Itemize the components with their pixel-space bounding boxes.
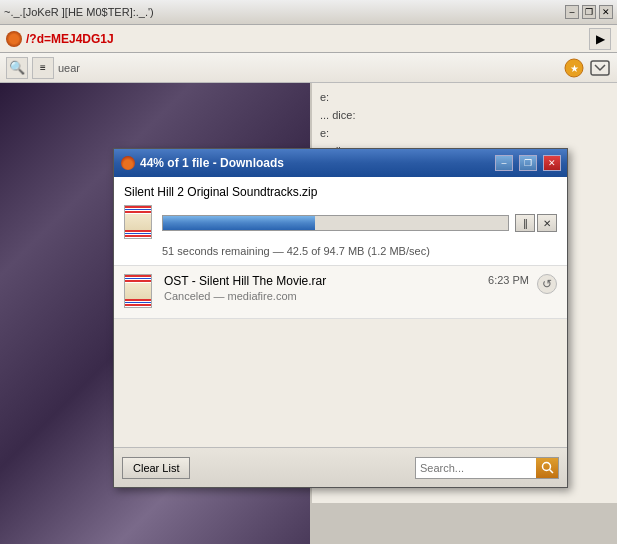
download-controls: ‖ ✕ [515,214,557,232]
browser-toolbar: 🔍 ≡ uear ★ [0,53,617,83]
cancelled-download-info: OST - Silent Hill The Movie.rar Canceled… [164,274,480,302]
toolbar-icon-1[interactable]: 🔍 [6,57,28,79]
cancelled-download-name: OST - Silent Hill The Movie.rar [164,274,480,288]
downloads-dialog: 44% of 1 file - Downloads – ❐ ✕ Silent H… [113,148,568,488]
browser-logo [6,31,22,47]
svg-rect-2 [591,61,609,75]
active-download-status: 51 seconds remaining — 42.5 of 94.7 MB (… [162,245,557,257]
browser-urlbar: /?d=MEJ4DG1J ▶ [0,25,617,53]
active-download-filename: Silent Hill 2 Original Soundtracks.zip [124,185,557,199]
progress-bar-fill [163,216,315,230]
chat-entry-1: e: [320,91,609,103]
chat-entry-2: ... dice: [320,109,609,121]
browser-titlebar: ~._.[JoKeR ][HE M0$TER]:._.') – ❐ ✕ [0,0,617,25]
chat-entry-3: e: [320,127,609,139]
browser-go-btn[interactable]: ▶ [589,28,611,50]
cancelled-download-meta: Canceled — mediafire.com [164,290,480,302]
dialog-titlebar: 44% of 1 file - Downloads – ❐ ✕ [114,149,567,177]
svg-line-4 [549,470,553,474]
zip-icon [124,205,156,241]
dialog-firefox-icon [120,155,136,171]
retry-download-btn[interactable]: ↺ [537,274,557,294]
pause-btn[interactable]: ‖ [515,214,535,232]
dialog-minimize-btn[interactable]: – [495,155,513,171]
chat-label-2: ... dice: [320,109,355,121]
dialog-body: Silent Hill 2 Original Soundtracks.zip ‖ [114,177,567,447]
browser-minimize-btn[interactable]: – [565,5,579,19]
cancelled-zip-icon [124,274,156,310]
search-input[interactable] [416,460,536,476]
browser-restore-btn[interactable]: ❐ [582,5,596,19]
browser-close-btn[interactable]: ✕ [599,5,613,19]
dialog-restore-btn[interactable]: ❐ [519,155,537,171]
browser-tab-text: ~._.[JoKeR ][HE M0$TER]:._.') [4,6,562,18]
browser-url: /?d=MEJ4DG1J [26,32,585,46]
search-box [415,457,559,479]
cancelled-download-time: 6:23 PM [488,274,529,286]
toolbar-icon-4[interactable] [589,57,611,79]
dialog-footer: Clear List [114,447,567,487]
toolbar-icon-3[interactable]: ★ [563,57,585,79]
svg-text:★: ★ [570,63,579,74]
cancel-btn[interactable]: ✕ [537,214,557,232]
active-download-item: Silent Hill 2 Original Soundtracks.zip ‖ [114,177,567,266]
cancelled-download-item: OST - Silent Hill The Movie.rar Canceled… [114,266,567,319]
clear-list-button[interactable]: Clear List [122,457,190,479]
dialog-title: 44% of 1 file - Downloads [140,156,489,170]
progress-bar-container [162,215,509,231]
chat-label-1: e: [320,91,329,103]
toolbar-icon-2[interactable]: ≡ [32,57,54,79]
chat-label-3: e: [320,127,329,139]
search-icon-btn[interactable] [536,457,558,479]
active-download-row: ‖ ✕ [124,205,557,241]
svg-point-3 [542,463,550,471]
dialog-close-btn[interactable]: ✕ [543,155,561,171]
toolbar-label: uear [58,62,80,74]
